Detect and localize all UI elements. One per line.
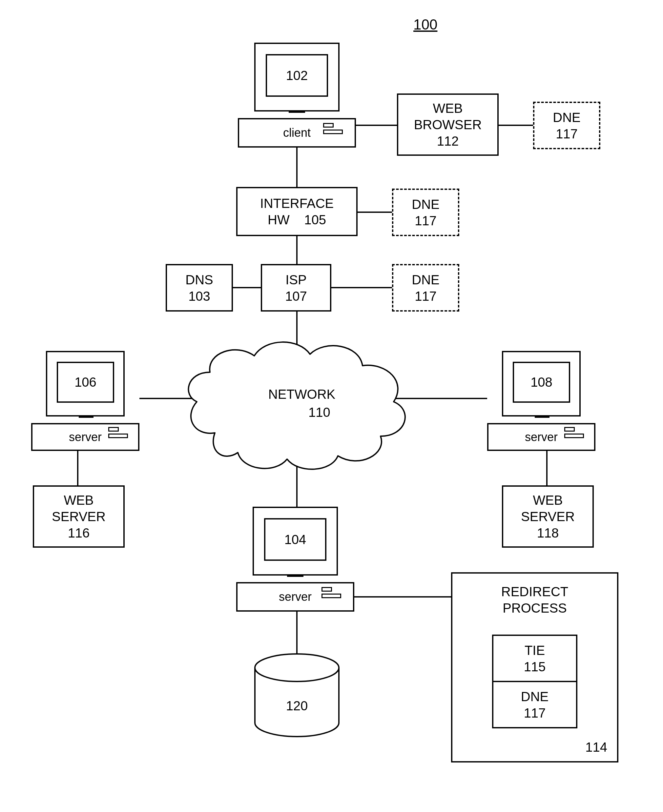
conn-browser-dne [499, 124, 533, 126]
redirect-process-number: 114 [585, 740, 607, 755]
network-cloud [177, 333, 413, 474]
dne-box-redirect: DNE 117 [492, 681, 577, 728]
figure-reference: 100 [413, 16, 437, 33]
interface-hw-box: INTERFACE HW 105 [236, 187, 357, 236]
server-left-computer: 106 server [31, 351, 139, 459]
web-server-left-box: WEB SERVER 116 [33, 485, 125, 548]
server-right-number: 108 [513, 362, 570, 403]
web-server-right-box: WEB SERVER 118 [502, 485, 594, 548]
dne-box-interface: DNE 117 [392, 189, 459, 236]
server-right-computer: 108 server [487, 351, 595, 459]
conn-interface-dne [357, 211, 392, 213]
server-left-number: 106 [57, 362, 114, 403]
dne-box-browser: DNE 117 [533, 102, 600, 149]
dns-box: DNS 103 [166, 264, 233, 312]
isp-box: ISP 107 [261, 264, 332, 312]
redirect-process-title: REDIRECT PROCESS [453, 583, 617, 616]
database-number: 120 [252, 699, 341, 713]
client-computer: 102 client [238, 43, 356, 154]
network-label: NETWORK [262, 387, 341, 402]
conn-isp-dne [332, 287, 392, 288]
client-monitor-number: 102 [266, 54, 328, 97]
conn-interface-isp [296, 236, 298, 264]
server-bottom-number: 104 [264, 518, 327, 561]
conn-client-browser [356, 124, 397, 126]
web-browser-box: WEB BROWSER 112 [397, 94, 499, 156]
server-bottom-computer: 104 server [236, 507, 354, 618]
dne-box-isp: DNE 117 [392, 264, 459, 312]
svg-point-0 [255, 654, 339, 681]
diagram-canvas: 100 102 client WEB BROWSER 112 DNE 117 I… [0, 0, 663, 812]
conn-dns-isp [233, 287, 261, 288]
database-cylinder: 120 [252, 653, 341, 738]
tie-box: TIE 115 [492, 634, 577, 682]
network-number: 110 [308, 405, 330, 420]
conn-bottom-redirect [354, 596, 451, 597]
